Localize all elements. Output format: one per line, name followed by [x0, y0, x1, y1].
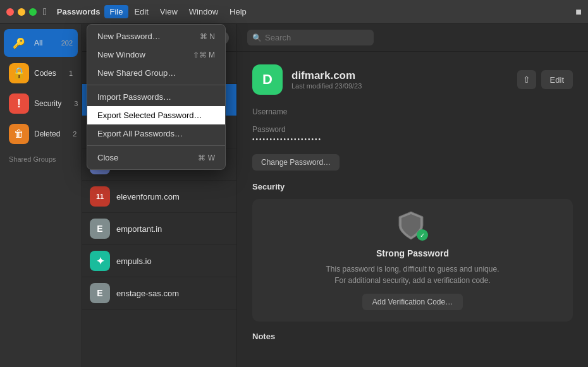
sidebar-item-all-label: All — [34, 39, 56, 47]
sidebar: 🔑 All 202 🔒 Codes 1 ! Security 3 🗑 Delet… — [0, 24, 82, 367]
password-label: Password — [252, 125, 573, 134]
username-label: Username — [252, 107, 573, 116]
site-icon: 11 — [90, 186, 110, 207]
menu-file[interactable]: File — [104, 5, 129, 18]
file-dropdown-menu: New Password… ⌘ N New Window ⇧⌘ M New Sh… — [87, 24, 226, 170]
search-wrap: 🔍 — [247, 30, 374, 45]
modified-label: Last modified — [291, 82, 333, 90]
detail-site-icon: D — [252, 64, 283, 95]
detail-panel: 🔍 D difmark.com Last modified 23/09/23 ⇧ — [237, 24, 588, 367]
detail-content: D difmark.com Last modified 23/09/23 ⇧ E… — [237, 52, 588, 367]
sidebar-item-security[interactable]: ! Security 3 — [4, 90, 78, 117]
site-info: emportant.in — [116, 224, 229, 234]
check-badge-icon: ✓ — [417, 229, 428, 241]
sidebar-item-deleted-badge: 2 — [65, 130, 77, 138]
menu-export-all[interactable]: Export All Passwords… — [87, 124, 225, 143]
apple-logo-icon:  — [43, 6, 47, 18]
sidebar-item-security-label: Security — [34, 99, 61, 108]
minimize-button[interactable] — [18, 8, 25, 16]
list-item[interactable]: 11 elevenforum.com — [82, 181, 236, 213]
search-bar: 🔍 — [237, 24, 588, 52]
menu-new-password-shortcut: ⌘ N — [200, 32, 215, 41]
site-name: empuls.io — [116, 256, 229, 266]
password-dots: •••••••••••••••••••• — [252, 136, 573, 143]
notes-section-title: Notes — [252, 332, 573, 341]
add-verification-button[interactable]: Add Verification Code… — [362, 294, 463, 310]
detail-actions: ⇧ Edit — [517, 70, 573, 89]
menu-new-password[interactable]: New Password… ⌘ N — [87, 27, 225, 45]
titlebar:  Passwords File Edit View Window Help ■ — [0, 0, 588, 24]
security-desc: This password is long, difficult to gues… — [326, 263, 499, 286]
detail-modified: Last modified 23/09/23 — [291, 82, 508, 90]
menu-new-window[interactable]: New Window ⇧⌘ M — [87, 45, 225, 64]
site-name: elevenforum.com — [116, 192, 229, 202]
site-info: elevenforum.com — [116, 192, 229, 202]
menu-new-window-label: New Window — [97, 50, 145, 59]
site-name: emportant.in — [116, 224, 229, 234]
list-item[interactable]: ✦ empuls.io — [82, 245, 236, 277]
security-icon-wrap: ✓ — [398, 210, 428, 241]
list-item[interactable]: E enstage-sas.com — [82, 277, 236, 310]
share-button[interactable]: ⇧ — [517, 70, 536, 89]
menu-export-selected-label: Export Selected Password… — [97, 111, 202, 120]
detail-header: D difmark.com Last modified 23/09/23 ⇧ E… — [252, 64, 573, 95]
menu-export-all-label: Export All Passwords… — [97, 129, 183, 138]
menu-close-shortcut: ⌘ W — [198, 153, 215, 162]
sidebar-item-all-badge: 202 — [61, 39, 73, 47]
dropdown-separator-2 — [87, 145, 225, 146]
menu-edit[interactable]: Edit — [128, 5, 154, 18]
site-info: empuls.io — [116, 256, 229, 266]
password-field: Password •••••••••••••••••••• — [252, 125, 573, 143]
search-input[interactable] — [247, 30, 374, 45]
menu-window[interactable]: Window — [183, 5, 224, 18]
menubar: File Edit View Window Help — [104, 5, 252, 18]
shared-groups-label: Shared Groups — [4, 150, 78, 164]
security-strength-label: Strong Password — [376, 248, 449, 258]
app-name: Passwords — [57, 7, 101, 16]
traffic-lights — [6, 8, 37, 16]
change-password-button[interactable]: Change Password… — [252, 154, 340, 171]
menu-new-password-label: New Password… — [97, 32, 161, 41]
menu-view[interactable]: View — [154, 5, 183, 18]
menu-new-shared-group-label: New Shared Group… — [97, 68, 176, 78]
site-icon: E — [90, 219, 110, 239]
sidebar-item-deleted[interactable]: 🗑 Deleted 2 — [4, 120, 78, 148]
username-field: Username — [252, 107, 573, 116]
site-icon: ✦ — [90, 251, 110, 271]
sidebar-item-codes-label: Codes — [34, 69, 56, 78]
menu-new-window-shortcut: ⇧⌘ M — [193, 51, 215, 59]
list-item[interactable]: E emportant.in — [82, 213, 236, 245]
site-name: enstage-sas.com — [116, 289, 229, 298]
sidebar-item-codes[interactable]: 🔒 Codes 1 — [4, 59, 78, 87]
security-box: ✓ Strong Password This password is long,… — [252, 199, 573, 322]
sidebar-item-deleted-label: Deleted — [34, 129, 60, 138]
menu-export-selected[interactable]: Export Selected Password… — [87, 106, 225, 124]
detail-site-name-block: difmark.com Last modified 23/09/23 — [291, 69, 508, 90]
close-button[interactable] — [6, 8, 14, 16]
site-info: enstage-sas.com — [116, 289, 229, 298]
sidebar-item-codes-badge: 1 — [61, 69, 73, 77]
menu-close-label: Close — [97, 153, 118, 162]
codes-icon: 🔒 — [9, 63, 29, 83]
menu-help[interactable]: Help — [224, 5, 252, 18]
detail-site-name: difmark.com — [291, 69, 508, 82]
maximize-button[interactable] — [29, 8, 37, 16]
all-icon: 🔑 — [9, 33, 29, 53]
menu-import-passwords[interactable]: Import Passwords… — [87, 88, 225, 106]
security-icon: ! — [9, 93, 29, 114]
sidebar-item-security-badge: 3 — [66, 100, 78, 107]
menu-close[interactable]: Close ⌘ W — [87, 148, 225, 167]
edit-button[interactable]: Edit — [541, 70, 573, 89]
site-icon: E — [90, 283, 110, 303]
security-section-title: Security — [252, 182, 573, 191]
sidebar-item-all[interactable]: 🔑 All 202 — [4, 29, 78, 57]
sidebar-toggle-icon[interactable]: ■ — [575, 6, 582, 18]
dropdown-separator-1 — [87, 85, 225, 85]
deleted-icon: 🗑 — [9, 124, 29, 144]
menu-new-shared-group[interactable]: New Shared Group… — [87, 64, 225, 82]
share-icon: ⇧ — [523, 75, 530, 85]
modified-date: 23/09/23 — [335, 82, 362, 90]
menu-import-passwords-label: Import Passwords… — [97, 92, 171, 102]
